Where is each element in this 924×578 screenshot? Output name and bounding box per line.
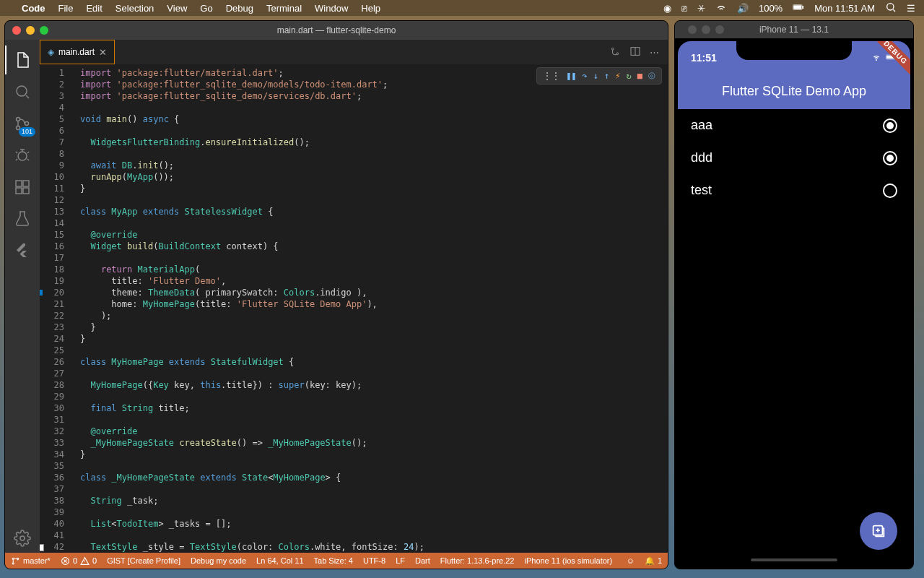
status-position[interactable]: Ln 64, Col 11 xyxy=(256,556,303,565)
wifi-icon[interactable] xyxy=(715,1,727,15)
svg-rect-9 xyxy=(16,181,22,186)
spotlight-icon[interactable] xyxy=(885,1,897,15)
mac-menu-bar: Code File Edit Selection View Go Debug T… xyxy=(0,0,924,16)
status-flutter[interactable]: Flutter: 1.13.6-pre.22 xyxy=(440,556,515,565)
list-item-label: aaa xyxy=(691,118,712,133)
extensions-icon[interactable] xyxy=(5,173,40,202)
restart-icon[interactable]: ↻ xyxy=(627,71,632,81)
pause-icon[interactable]: ❚❚ xyxy=(566,71,576,81)
svg-point-6 xyxy=(17,126,20,130)
home-indicator[interactable] xyxy=(751,558,837,561)
git-branch[interactable]: master* xyxy=(11,556,51,566)
control-center-icon[interactable]: ☰ xyxy=(907,3,915,14)
radio-icon[interactable] xyxy=(883,151,897,165)
simulator-title-bar[interactable]: iPhone 11 — 13.1 xyxy=(675,21,913,38)
list-item[interactable]: test xyxy=(678,174,910,207)
status-feedback-icon[interactable]: ☺ xyxy=(627,556,635,565)
svg-point-8 xyxy=(18,152,27,160)
explorer-icon[interactable] xyxy=(5,46,40,74)
screencast-icon[interactable]: ◉ xyxy=(663,3,671,14)
menu-terminal[interactable]: Terminal xyxy=(266,3,302,14)
svg-point-19 xyxy=(12,562,14,564)
todo-list[interactable]: aaadddtest xyxy=(678,109,910,207)
radio-icon[interactable] xyxy=(883,184,897,198)
status-device[interactable]: iPhone 11 (ios simulator) xyxy=(524,556,612,565)
tab-bar: ◈ main.dart ✕ ⋯ xyxy=(40,40,668,64)
zoom-window-icon[interactable] xyxy=(40,26,48,35)
battery-icon[interactable] xyxy=(793,1,804,15)
debug-icon[interactable] xyxy=(5,141,40,170)
app-title: Flutter SQLite Demo App xyxy=(722,84,866,99)
tab-close-icon[interactable]: ✕ xyxy=(99,47,107,58)
app-bar: Flutter SQLite Demo App xyxy=(678,73,910,109)
svg-rect-11 xyxy=(16,188,22,194)
minimize-window-icon[interactable] xyxy=(26,26,35,35)
phone-screen[interactable]: DEBUG 11:51 Flutter SQLite Demo App aaad… xyxy=(678,41,910,566)
stop-icon[interactable]: ■ xyxy=(637,71,642,81)
svg-point-18 xyxy=(12,558,14,559)
status-debug[interactable]: Debug my code xyxy=(191,556,246,565)
list-item[interactable]: aaa xyxy=(678,109,910,142)
code-editor[interactable]: 1234567891011121314151617181920212223242… xyxy=(40,64,668,553)
code-content[interactable]: import 'package:flutter/material.dart';i… xyxy=(74,64,668,553)
menu-edit[interactable]: Edit xyxy=(86,3,102,14)
window-title: main.dart — flutter-sqlite-demo xyxy=(277,25,396,35)
step-out-icon[interactable]: ↑ xyxy=(604,71,609,81)
more-icon[interactable]: ⋯ xyxy=(650,47,659,58)
step-into-icon[interactable]: ↓ xyxy=(593,71,598,81)
test-icon[interactable] xyxy=(5,204,40,233)
ios-time: 11:51 xyxy=(691,52,717,64)
menu-debug[interactable]: Debug xyxy=(226,3,253,14)
clock[interactable]: Mon 11:51 AM xyxy=(814,3,875,14)
title-bar[interactable]: main.dart — flutter-sqlite-demo xyxy=(5,21,668,40)
step-over-icon[interactable]: ↷ xyxy=(583,71,588,81)
hot-reload-icon[interactable]: ⚡ xyxy=(615,71,620,81)
svg-rect-2 xyxy=(803,6,803,8)
list-item[interactable]: ddd xyxy=(678,142,910,174)
svg-point-14 xyxy=(611,48,614,50)
add-fab-button[interactable] xyxy=(860,512,897,550)
drag-handle-icon[interactable]: ⋮⋮ xyxy=(543,71,560,81)
menu-window[interactable]: Window xyxy=(315,3,348,14)
line-gutter: 1234567891011121314151617181920212223242… xyxy=(40,64,74,553)
split-editor-icon[interactable] xyxy=(629,46,641,59)
search-icon[interactable] xyxy=(5,77,40,106)
sim-zoom-icon[interactable] xyxy=(715,25,724,34)
bluetooth-icon[interactable]: ⚹ xyxy=(697,2,705,14)
vscode-window: main.dart — flutter-sqlite-demo ◈ main.d… xyxy=(4,20,668,569)
sim-close-icon[interactable] xyxy=(688,25,697,34)
menu-view[interactable]: View xyxy=(167,3,187,14)
menu-go[interactable]: Go xyxy=(200,3,212,14)
status-gist[interactable]: GIST [Create Profile] xyxy=(107,556,180,565)
ios-wifi-icon xyxy=(871,52,882,64)
status-bell[interactable]: 🔔 1 xyxy=(645,556,662,566)
svg-point-5 xyxy=(17,118,20,121)
status-encoding[interactable]: UTF-8 xyxy=(363,556,385,565)
simulator-title: iPhone 11 — 13.1 xyxy=(759,25,829,35)
menu-help[interactable]: Help xyxy=(361,3,380,14)
compare-icon[interactable] xyxy=(609,46,621,59)
dart-file-icon: ◈ xyxy=(48,47,54,57)
list-item-label: test xyxy=(691,183,712,198)
status-language[interactable]: Dart xyxy=(415,556,430,565)
svg-rect-1 xyxy=(794,5,801,9)
status-errors[interactable]: 0 0 xyxy=(61,556,97,566)
volume-icon[interactable]: 🔊 xyxy=(737,3,749,14)
status-tabsize[interactable]: Tab Size: 4 xyxy=(314,556,353,565)
svg-point-7 xyxy=(25,122,29,126)
close-window-icon[interactable] xyxy=(12,26,21,35)
menu-file[interactable]: File xyxy=(58,3,74,14)
flutter-icon[interactable] xyxy=(5,236,40,265)
settings-gear-icon[interactable] xyxy=(5,524,40,553)
display-icon[interactable]: ⎚ xyxy=(681,3,687,14)
sim-minimize-icon[interactable] xyxy=(702,25,710,34)
tab-main-dart[interactable]: ◈ main.dart ✕ xyxy=(40,40,115,64)
debug-toolbar[interactable]: ⋮⋮ ❚❚ ↷ ↓ ↑ ⚡ ↻ ■ ⦾ xyxy=(536,67,662,85)
menu-selection[interactable]: Selection xyxy=(116,3,154,14)
devtools-icon[interactable]: ⦾ xyxy=(648,71,655,81)
status-bar: master* 0 0 GIST [Create Profile] Debug … xyxy=(5,553,668,569)
app-menu[interactable]: Code xyxy=(22,3,45,14)
radio-icon[interactable] xyxy=(883,118,897,133)
status-eol[interactable]: LF xyxy=(396,556,405,565)
source-control-icon[interactable] xyxy=(5,109,40,138)
